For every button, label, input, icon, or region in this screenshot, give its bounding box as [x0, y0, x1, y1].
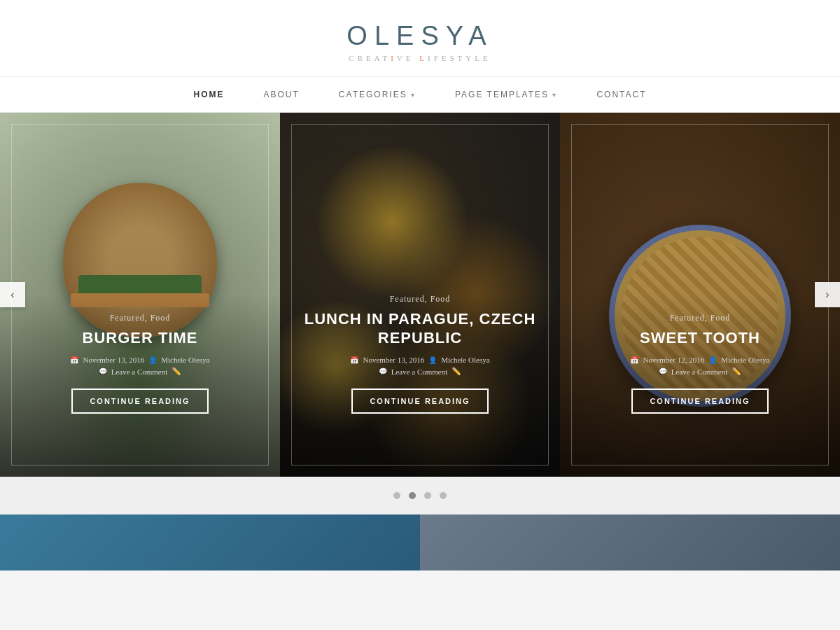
dot-3[interactable] — [424, 492, 431, 499]
card-title-2: LUNCH IN PARAGUE, CZECH REPUBLIC — [294, 310, 546, 347]
site-header: OLESYA CREATIVE LIFESTYLE — [0, 0, 840, 77]
edit-icon-2: ✏️ — [451, 367, 461, 376]
bottom-strip-right — [420, 514, 840, 570]
bottom-preview-strip — [0, 514, 840, 570]
card-meta: 📅 November 13, 2016 👤 Michele Olesya — [14, 356, 266, 364]
nav-link-home[interactable]: HOME — [174, 77, 244, 112]
nav-item-page-templates[interactable]: PAGE TEMPLATES ▾ — [435, 77, 577, 112]
author-icon-3: 👤 — [708, 356, 717, 364]
continue-reading-button-2[interactable]: CONTINUE READING — [351, 388, 488, 414]
slide-card-burger-time: Featured, Food BURGER TIME 📅 November 13… — [0, 113, 280, 477]
nav-link-categories[interactable]: CATEGORIES ▾ — [319, 77, 435, 112]
slider-next-button[interactable]: › — [815, 282, 840, 307]
chevron-right-icon: › — [825, 288, 829, 301]
card-meta-comment-2: 💬 Leave a Comment ✏️ — [294, 367, 546, 376]
slider-wrapper: ‹ Featured, Food BURGER TIME 📅 November … — [0, 113, 840, 477]
dot-2[interactable] — [409, 492, 416, 499]
nav-item-about[interactable]: ABOUT — [244, 77, 319, 112]
card-title-3: SWEET TOOTH — [574, 329, 826, 347]
card-content-burger: Featured, Food BURGER TIME 📅 November 13… — [0, 313, 280, 414]
calendar-icon-3: 📅 — [630, 356, 638, 364]
dot-4[interactable] — [440, 492, 447, 499]
card-content-lunch: Featured, Food LUNCH IN PARAGUE, CZECH R… — [280, 294, 560, 414]
slide-card-lunch-parague: Featured, Food LUNCH IN PARAGUE, CZECH R… — [280, 113, 560, 477]
card-meta-2: 📅 November 13, 2016 👤 Michele Olesya — [294, 356, 546, 364]
site-title: OLESYA — [14, 21, 826, 51]
nav-link-contact[interactable]: CONTACT — [577, 77, 666, 112]
chevron-down-icon: ▾ — [411, 91, 416, 99]
edit-icon: ✏️ — [172, 367, 181, 376]
card-categories-3: Featured, Food — [574, 313, 826, 323]
nav-list: HOME ABOUT CATEGORIES ▾ PAGE TEMPLATES ▾… — [0, 77, 840, 112]
card-meta-comment: 💬 Leave a Comment ✏️ — [14, 367, 266, 376]
slider-section: ‹ Featured, Food BURGER TIME 📅 November … — [0, 113, 840, 477]
chevron-down-icon-2: ▾ — [552, 91, 557, 99]
continue-reading-button-3[interactable]: CONTINUE READING — [631, 388, 768, 414]
comment-icon-3: 💬 — [659, 368, 667, 375]
card-meta-3: 📅 November 12, 2016 👤 Michele Olesya — [574, 356, 826, 364]
nav-item-home[interactable]: HOME — [174, 77, 244, 112]
card-categories-2: Featured, Food — [294, 294, 546, 304]
nav-item-categories[interactable]: CATEGORIES ▾ — [319, 77, 435, 112]
slide-card-sweet-tooth: Featured, Food SWEET TOOTH 📅 November 12… — [560, 113, 840, 477]
bottom-strip-left — [0, 514, 420, 570]
comment-icon: 💬 — [99, 368, 107, 375]
card-meta-comment-3: 💬 Leave a Comment ✏️ — [574, 367, 826, 376]
nav-link-page-templates[interactable]: PAGE TEMPLATES ▾ — [435, 77, 577, 112]
card-overlay-3 — [560, 113, 840, 477]
calendar-icon-2: 📅 — [350, 356, 358, 364]
nav-item-contact[interactable]: CONTACT — [577, 77, 666, 112]
slides-container: Featured, Food BURGER TIME 📅 November 13… — [0, 113, 840, 477]
nav-link-about[interactable]: ABOUT — [244, 77, 319, 112]
dot-1[interactable] — [393, 492, 400, 499]
comment-icon-2: 💬 — [379, 368, 387, 375]
author-icon-2: 👤 — [428, 356, 437, 364]
card-title: BURGER TIME — [14, 329, 266, 347]
card-overlay — [0, 113, 280, 477]
chevron-left-icon: ‹ — [10, 288, 14, 301]
edit-icon-3: ✏️ — [732, 367, 741, 376]
calendar-icon: 📅 — [70, 356, 78, 364]
card-categories: Featured, Food — [14, 313, 266, 323]
site-subtitle: CREATIVE LIFESTYLE — [14, 54, 826, 62]
slider-dots — [0, 477, 840, 514]
continue-reading-button-1[interactable]: CONTINUE READING — [71, 388, 208, 414]
card-content-waffle: Featured, Food SWEET TOOTH 📅 November 12… — [560, 313, 840, 414]
author-icon: 👤 — [148, 356, 157, 364]
slider-prev-button[interactable]: ‹ — [0, 282, 25, 307]
main-nav: HOME ABOUT CATEGORIES ▾ PAGE TEMPLATES ▾… — [0, 77, 840, 113]
